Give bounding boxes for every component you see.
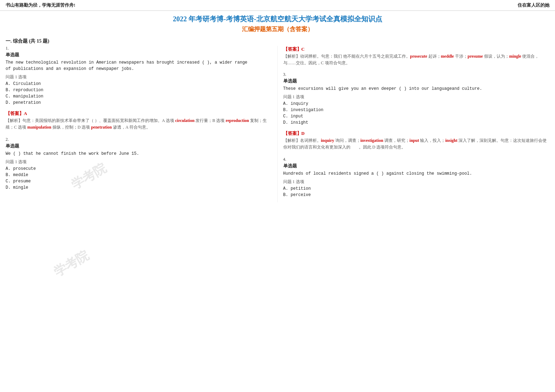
section1-header: 一. 综合题 (共 15 题) [0,35,555,46]
question-2: 2. 单选题 We ( ) that he cannot finish the … [6,137,272,190]
q1-type: 单选题 [6,52,272,58]
q2-text: We ( ) that he cannot finish the work be… [6,151,272,157]
top-bar: 书山有路勤为径，学海无涯苦作舟! 住在富人区的她 [0,0,555,11]
q3-answer-text: 【解析】名词辨析。inquiry 询问，调查；investigation 调查，… [283,137,550,151]
q4-option-b: B. perceive [283,193,550,197]
q2-option-a: A. prosecute [6,166,272,171]
q3-number: 3. [283,72,550,77]
q2-answer: 【答案】C 【解析】动词辨析。句意：我们 他不能在六月十五号之前完成工作。pro… [283,46,550,66]
watermark2: 学考院 [51,247,92,281]
q1-option-b: B. reproduction [6,88,272,93]
section1-label: 一. 综合题 (共 15 题) [6,38,49,44]
top-bar-left: 书山有路勤为径，学海无涯苦作舟! [6,2,75,8]
q4-text: Hundreds of local residents signed a ( )… [283,170,550,177]
q1-answer-text: 【解析】句意：美国报纸的新技术革命带来了（ ）、覆盖面拓宽和新闻工作的增加。A … [6,117,272,131]
q4-number: 4. [283,157,550,162]
main-title: 2022 年考研考博-考博英语-北京航空航天大学考试全真模拟全知识点 [0,11,555,24]
q1-answer: 【答案】A 【解析】句意：美国报纸的新技术革命带来了（ ）、覆盖面拓宽和新闻工作… [6,110,272,131]
q3-option-d: D. insight [283,120,550,125]
q1-option-c: C. manipulation [6,94,272,99]
q2-type: 单选题 [6,143,272,149]
q2-option-c: C. presume [6,179,272,184]
q3-option-b: B. investigation [283,108,550,112]
q2-option-b: B. meddle [6,173,272,177]
q2-answer-label: 【答案】C [283,46,550,53]
question-1: 1. 单选题 The new technological revolution … [6,46,272,105]
q4-options-label: 问题 1 选项 [283,179,550,185]
question-3: 3. 单选题 These excursions will give you an… [283,72,550,125]
q4-type: 单选题 [283,163,550,169]
question-4: 4. 单选题 Hundreds of local residents signe… [283,157,550,197]
left-column: 1. 单选题 The new technological revolution … [0,46,278,202]
q1-number: 1. [6,46,272,51]
q2-answer-text: 【解析】动词辨析。句意：我们 他不能在六月十五号之前完成工作。prosecute… [283,53,550,66]
q2-options-label: 问题 1 选项 [6,159,272,165]
q3-option-a: A. inquiry [283,101,550,106]
q1-options-label: 问题 1 选项 [6,74,272,80]
q1-option-d: D. penetration [6,100,272,105]
q2-option-d: D. mingle [6,185,272,190]
q1-text: The new technological revolution in Amer… [6,59,272,72]
q3-text: These excursions will give you an even d… [283,86,550,92]
q1-option-a: A. Circulation [6,81,272,86]
q4-option-a: A. petition [283,186,550,191]
q2-number: 2. [6,137,272,142]
sub-title: 汇编押题第五期（含答案） [0,24,555,35]
top-bar-right: 住在富人区的她 [518,2,549,8]
q1-answer-label: 【答案】A [6,110,272,117]
q3-type: 单选题 [283,78,550,84]
q3-answer-label: 【答案】D [283,130,550,137]
q3-options-label: 问题 1 选项 [283,94,550,100]
right-column: 【答案】C 【解析】动词辨析。句意：我们 他不能在六月十五号之前完成工作。pro… [278,46,555,202]
q3-option-c: C. input [283,114,550,119]
q3-answer: 【答案】D 【解析】名词辨析。inquiry 询问，调查；investigati… [283,130,550,151]
